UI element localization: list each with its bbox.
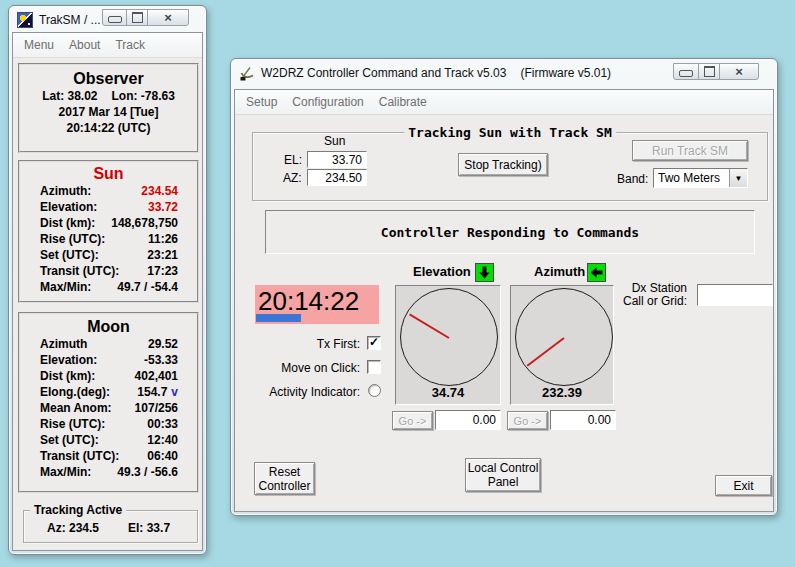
band-dropdown[interactable]: Two Meters ▼ bbox=[653, 168, 748, 188]
moon-row-value: 107/256 bbox=[135, 400, 178, 416]
menu-item-menu[interactable]: Menu bbox=[24, 38, 54, 52]
reset-controller-line1: Reset bbox=[269, 465, 300, 479]
traksm-title: TrakSM / ... bbox=[39, 13, 101, 27]
moon-row-label: Dist (km): bbox=[40, 368, 95, 384]
moon-elong-value: 154.7 bbox=[137, 385, 167, 399]
sun-row-value: 148,678,750 bbox=[111, 215, 178, 231]
status-panel: Controller Responding to Commands bbox=[265, 210, 755, 254]
az-readout: 234.50 bbox=[307, 169, 367, 186]
sun-title: Sun bbox=[20, 164, 197, 183]
maximize-icon bbox=[132, 12, 143, 23]
moon-elong-suffix: v bbox=[171, 385, 178, 399]
band-value: Two Meters bbox=[654, 169, 729, 187]
observer-latlon: Lat: 38.02 Lon: -78.63 bbox=[20, 88, 197, 104]
azimuth-dial[interactable] bbox=[515, 288, 613, 386]
maximize-button[interactable] bbox=[698, 63, 720, 80]
sun-row: Elevation:33.72 bbox=[20, 199, 197, 215]
moon-row-label: Elevation: bbox=[40, 352, 97, 368]
moon-row-value: 154.7v bbox=[137, 384, 178, 400]
sun-row-label: Dist (km): bbox=[40, 215, 95, 231]
dx-station-input[interactable] bbox=[697, 284, 773, 306]
moon-row-label: Transit (UTC): bbox=[40, 448, 119, 464]
moon-title: Moon bbox=[20, 317, 197, 336]
observer-lon: Lon: -78.63 bbox=[112, 88, 175, 104]
check-icon: ✓ bbox=[369, 337, 379, 347]
moon-row: Set (UTC):12:40 bbox=[20, 432, 197, 448]
moon-row-value: 29.52 bbox=[148, 336, 178, 352]
minimize-icon bbox=[679, 70, 693, 77]
moon-row: Dist (km):402,401 bbox=[20, 368, 197, 384]
stop-tracking-button[interactable]: Stop Tracking) bbox=[458, 153, 548, 176]
sun-row-value: 23:21 bbox=[147, 247, 178, 263]
azimuth-dial-panel: 232.39 bbox=[510, 285, 614, 405]
sun-row: Azimuth:234.54 bbox=[20, 183, 197, 199]
tx-first-label: Tx First: bbox=[317, 337, 360, 351]
sun-row: Rise (UTC):11:26 bbox=[20, 231, 197, 247]
moon-row-value: 49.3 / -56.6 bbox=[117, 464, 178, 480]
observer-panel: Observer Lat: 38.02 Lon: -78.63 2017 Mar… bbox=[18, 63, 199, 153]
status-message: Controller Responding to Commands bbox=[381, 225, 639, 240]
minimize-button[interactable] bbox=[673, 63, 699, 80]
sun-row-label: Max/Min: bbox=[40, 279, 91, 295]
traksm-menubar: Menu About Track bbox=[13, 33, 202, 58]
arrow-left-icon bbox=[589, 265, 604, 280]
sun-row-label: Set (UTC): bbox=[40, 247, 99, 263]
azimuth-go-button[interactable]: Go -> bbox=[507, 411, 548, 430]
moon-row-value: 12:40 bbox=[147, 432, 178, 448]
reset-controller-line2: Controller bbox=[258, 479, 310, 493]
tracking-active-el: El: 33.7 bbox=[128, 521, 170, 535]
moon-row-label: Rise (UTC): bbox=[40, 416, 105, 432]
sun-row-value: 17:23 bbox=[147, 263, 178, 279]
antenna-app-icon bbox=[239, 65, 255, 81]
close-icon: × bbox=[164, 11, 172, 24]
elevation-dial[interactable] bbox=[400, 288, 498, 386]
moon-row: Elong.(deg):154.7v bbox=[20, 384, 197, 400]
minimize-button[interactable] bbox=[102, 9, 127, 26]
local-control-panel-button[interactable]: Local Control Panel bbox=[465, 458, 541, 492]
clock-progress-bar bbox=[256, 314, 301, 322]
move-on-click-checkbox[interactable]: ✓ bbox=[367, 360, 381, 374]
traksm-window: TrakSM / ... × Menu About Track Observer… bbox=[8, 5, 207, 555]
elevation-dial-label: Elevation bbox=[413, 264, 471, 279]
moon-row: Mean Anom:107/256 bbox=[20, 400, 197, 416]
sun-column-label: Sun bbox=[324, 134, 345, 148]
moon-panel: Moon Azimuth29.52 Elevation:-53.33 Dist … bbox=[18, 312, 199, 493]
sun-row-label: Rise (UTC): bbox=[40, 231, 105, 247]
elevation-needle bbox=[409, 313, 449, 338]
arrow-down-icon bbox=[477, 265, 492, 280]
elevation-go-button[interactable]: Go -> bbox=[392, 411, 433, 430]
exit-button[interactable]: Exit bbox=[715, 475, 772, 496]
tx-first-checkbox[interactable]: ✓ bbox=[367, 336, 381, 350]
elevation-dial-panel: 34.74 bbox=[395, 285, 501, 405]
elevation-nudge-button[interactable] bbox=[475, 263, 494, 282]
moon-row-value: -53.33 bbox=[144, 352, 178, 368]
activity-indicator-radio[interactable] bbox=[368, 384, 381, 397]
moon-row-label: Mean Anom: bbox=[40, 400, 112, 416]
controller-client: Setup Configuration Calibrate Tracking S… bbox=[234, 89, 774, 512]
azimuth-nudge-button[interactable] bbox=[587, 263, 606, 282]
observer-title: Observer bbox=[20, 69, 197, 88]
controller-title: W2DRZ Controller Command and Track v5.03 bbox=[261, 66, 506, 80]
elevation-go-input[interactable]: 0.00 bbox=[435, 410, 501, 430]
close-button[interactable]: × bbox=[719, 63, 759, 80]
close-button[interactable]: × bbox=[147, 9, 189, 26]
run-track-sm-button[interactable]: Run Track SM bbox=[632, 140, 748, 161]
moon-row-value: 06:40 bbox=[147, 448, 178, 464]
azimuth-value: 232.39 bbox=[511, 385, 613, 400]
azimuth-go-input[interactable]: 0.00 bbox=[550, 410, 616, 430]
observer-time: 20:14:22 (UTC) bbox=[20, 120, 197, 136]
elevation-value: 34.74 bbox=[396, 385, 500, 400]
maximize-button[interactable] bbox=[126, 9, 148, 26]
band-label: Band: bbox=[617, 172, 648, 186]
dropdown-button[interactable]: ▼ bbox=[729, 169, 747, 187]
traksm-client: Menu About Track Observer Lat: 38.02 Lon… bbox=[12, 32, 203, 551]
azimuth-needle bbox=[527, 337, 565, 366]
menu-item-track[interactable]: Track bbox=[115, 38, 145, 52]
sun-row-label: Elevation: bbox=[40, 199, 97, 215]
clock-time: 20:14:22 bbox=[258, 286, 359, 317]
desktop: TrakSM / ... × Menu About Track Observer… bbox=[0, 0, 795, 567]
menu-item-about[interactable]: About bbox=[69, 38, 100, 52]
dx-station-label-line2: Call or Grid: bbox=[623, 295, 687, 308]
controller-firmware: (Firmware v5.01) bbox=[520, 66, 611, 80]
reset-controller-button[interactable]: Reset Controller bbox=[254, 462, 315, 495]
